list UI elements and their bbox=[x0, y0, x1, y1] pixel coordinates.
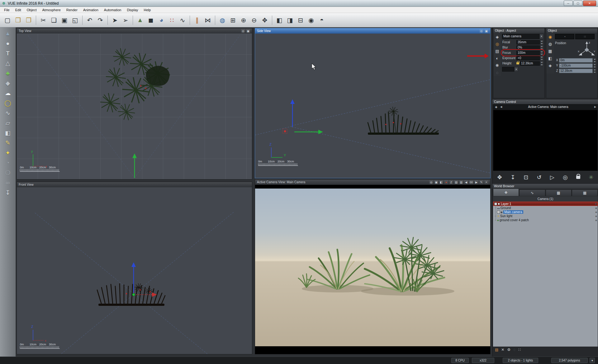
camera-view-canvas[interactable] bbox=[255, 185, 490, 354]
visibility-icon[interactable]: ◉ bbox=[595, 207, 597, 209]
info-tab-icon[interactable]: ◈ bbox=[547, 62, 554, 69]
paint-tool-icon[interactable]: ✎ bbox=[2, 138, 14, 147]
zoom-out-icon[interactable]: ⊖ bbox=[249, 15, 259, 26]
sphere-tool-icon[interactable]: ● bbox=[2, 39, 14, 48]
refresh-icon[interactable]: ◌ bbox=[513, 348, 515, 352]
delete-icon[interactable]: ✕ bbox=[501, 348, 504, 352]
terrain-tool-icon[interactable]: ▲ bbox=[2, 29, 14, 38]
advance-camera-icon[interactable]: ▷ bbox=[550, 174, 554, 181]
chevron-down-icon[interactable]: ▼ bbox=[539, 34, 543, 39]
save-scene-icon[interactable]: ❐ bbox=[24, 15, 34, 26]
function-icon[interactable]: ∿ bbox=[178, 15, 187, 26]
maximize-button[interactable]: ▢ bbox=[573, 1, 582, 6]
motion-blur-icon[interactable]: ✳ bbox=[589, 174, 593, 181]
plant-tool-icon[interactable]: ♣ bbox=[2, 69, 14, 78]
viewport-options-icon[interactable]: ◎ bbox=[241, 29, 245, 33]
primitive-icon[interactable]: ◼ bbox=[146, 15, 156, 26]
smart-drop-icon[interactable]: ➢ bbox=[121, 15, 131, 26]
camera-tool-icon[interactable]: ◔ bbox=[2, 158, 14, 167]
prev-frame-icon[interactable]: ◀ bbox=[464, 180, 468, 184]
numerics-tab-icon[interactable]: ▦ bbox=[547, 48, 554, 54]
menu-atmosphere[interactable]: Atmosphere bbox=[40, 7, 64, 12]
settings-icon[interactable]: ⚙ bbox=[507, 348, 510, 352]
annotate-icon[interactable]: ✎ bbox=[479, 180, 483, 184]
frame-counter[interactable]: 00 bbox=[469, 180, 473, 184]
tree-item-layer[interactable]: −Layer 1◉ bbox=[493, 202, 598, 206]
render-display-icon[interactable]: ◉ bbox=[306, 15, 316, 26]
undo-icon[interactable]: ↶ bbox=[85, 15, 95, 26]
drop-object-tool-icon[interactable]: ↧ bbox=[2, 188, 14, 197]
spinner[interactable]: ▲▼ bbox=[540, 61, 543, 66]
drop-camera-icon[interactable]: ↧ bbox=[510, 174, 515, 181]
side-view-canvas[interactable]: Z Y 0m10cm20cm30cm bbox=[255, 34, 490, 178]
camera-settings-icon[interactable]: ◈ bbox=[494, 34, 501, 40]
copy-icon[interactable]: ❏ bbox=[49, 15, 59, 26]
visibility-icon[interactable]: ◉ bbox=[595, 203, 597, 205]
zoom-in-icon[interactable]: ⊕ bbox=[239, 15, 249, 26]
redo-icon[interactable]: ↷ bbox=[95, 15, 105, 26]
display-mode-icon[interactable]: ◧ bbox=[439, 180, 443, 184]
spinner[interactable]: ▲▼ bbox=[540, 56, 543, 61]
spinner[interactable]: ▲▼ bbox=[593, 58, 596, 63]
viewport-snapshot-icon[interactable]: ▣ bbox=[484, 29, 488, 33]
open-scene-icon[interactable]: ❒ bbox=[13, 15, 23, 26]
paste-special-icon[interactable]: ◱ bbox=[70, 15, 80, 26]
menu-edit[interactable]: Edit bbox=[12, 7, 24, 12]
effects-icon[interactable]: ❋ bbox=[494, 62, 501, 69]
collapse-icon[interactable]: − bbox=[494, 203, 497, 205]
tab-statistics[interactable]: ▦ bbox=[572, 189, 598, 196]
aspect-preset-select[interactable]: ▼ bbox=[502, 67, 518, 72]
terrain-icon[interactable]: ▲ bbox=[135, 15, 145, 26]
lock-icon[interactable] bbox=[516, 62, 519, 64]
film-back-icon[interactable]: ▤ bbox=[494, 48, 501, 54]
top-view-canvas[interactable]: y x 0m10cm20cm30cm bbox=[17, 34, 252, 179]
menu-display[interactable]: Display bbox=[124, 7, 141, 12]
film-icon[interactable]: ▥ bbox=[459, 180, 463, 184]
chevron-down-icon[interactable]: ▼ bbox=[514, 67, 518, 72]
reset-camera-icon[interactable]: ↺ bbox=[537, 174, 542, 181]
camera-preview[interactable] bbox=[493, 110, 598, 171]
pan-view-icon[interactable]: ✥ bbox=[260, 15, 270, 26]
field-value[interactable]: 35mm bbox=[516, 40, 540, 44]
group-tool-icon[interactable]: ❍ bbox=[2, 168, 14, 177]
z-buffer-button[interactable]: Z bbox=[449, 180, 453, 184]
position-gizmo[interactable]: Z X Y bbox=[577, 40, 596, 58]
tab-objects[interactable]: ❖ bbox=[493, 189, 519, 196]
lock-camera-icon[interactable] bbox=[576, 176, 580, 179]
camera-select-value[interactable]: Main camera bbox=[502, 34, 539, 39]
spinner[interactable]: ▲▼ bbox=[593, 63, 596, 68]
planet-icon[interactable]: ◍ bbox=[217, 15, 227, 26]
snapshot-icon[interactable]: ◓ bbox=[317, 15, 327, 26]
position-x-value[interactable]: 0m bbox=[559, 58, 593, 63]
add-layer-icon[interactable]: ▤ bbox=[495, 348, 498, 352]
paste-icon[interactable]: ▣ bbox=[59, 15, 69, 26]
menu-automation[interactable]: Automation bbox=[101, 7, 124, 12]
spinner[interactable]: ▲▼ bbox=[593, 68, 596, 73]
tab-functions[interactable]: ∿ bbox=[519, 189, 545, 196]
cone-tool-icon[interactable]: △ bbox=[2, 59, 14, 68]
visibility-icon[interactable]: ◉ bbox=[595, 211, 597, 213]
tree-item[interactable]: +◈Main camera◉ bbox=[493, 210, 598, 214]
tools-preview[interactable]: ∷ bbox=[575, 34, 595, 39]
viewport-top-titlebar[interactable]: Top View ◎▣ bbox=[17, 28, 252, 34]
pan-camera-icon[interactable]: ✥ bbox=[497, 174, 502, 181]
menu-render[interactable]: Render bbox=[64, 7, 80, 12]
field-value[interactable]: +0 bbox=[516, 56, 540, 60]
viewport-snapshot-icon[interactable]: ▣ bbox=[246, 29, 250, 33]
new-scene-icon[interactable]: ▢ bbox=[2, 15, 12, 26]
menu-object[interactable]: Object bbox=[24, 7, 40, 12]
layout-right-icon[interactable]: ◨ bbox=[285, 15, 295, 26]
exposure-tab-icon[interactable]: ◐ bbox=[494, 55, 501, 62]
link-icon[interactable]: ◌ bbox=[494, 69, 501, 76]
material-tab-icon[interactable]: ◍ bbox=[547, 41, 554, 47]
light-tool-icon[interactable]: ✦ bbox=[2, 148, 14, 157]
layout-quad-icon[interactable]: ⊟ bbox=[296, 15, 306, 26]
camera-select[interactable]: Main camera ▼ bbox=[502, 34, 543, 39]
frame-selection-icon[interactable]: ⊡ bbox=[524, 174, 528, 181]
viewport-render-icon[interactable]: ▣ bbox=[434, 180, 438, 184]
viewport-options-icon[interactable]: ◎ bbox=[429, 180, 433, 184]
cut-icon[interactable]: ✂ bbox=[38, 15, 48, 26]
viewport-options-icon[interactable]: ◎ bbox=[479, 29, 483, 33]
menu-file[interactable]: File bbox=[1, 7, 12, 12]
layers-icon[interactable]: ▤ bbox=[454, 180, 458, 184]
